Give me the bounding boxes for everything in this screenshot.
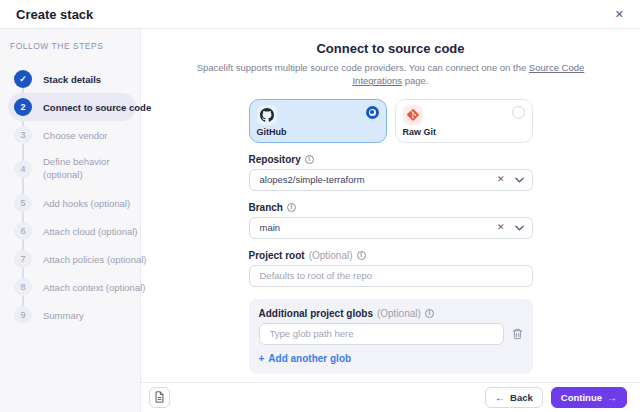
back-button[interactable]: ← Back — [485, 387, 543, 408]
repository-label: Repository — [249, 154, 301, 165]
step-label: Stack details — [43, 74, 101, 85]
plus-icon: + — [259, 353, 265, 364]
chevron-down-icon[interactable] — [515, 225, 524, 231]
step-content: Connect to source code Spacelift support… — [141, 29, 640, 382]
document-icon — [154, 389, 165, 407]
info-icon[interactable]: i — [425, 309, 434, 318]
provider-card-raw-git[interactable]: Raw Git — [395, 99, 533, 143]
info-icon[interactable]: i — [287, 203, 296, 212]
sidebar-step-define-behavior: 4 Define behavior (optional) — [8, 149, 136, 189]
optional-tag: (Optional) — [377, 308, 421, 319]
continue-button[interactable]: Continue → — [551, 387, 627, 408]
step-label: Summary — [43, 310, 84, 321]
subtitle-text-after: page. — [402, 75, 428, 86]
chevron-down-icon[interactable] — [515, 177, 524, 183]
branch-select[interactable]: ✕ — [249, 217, 533, 239]
step-bullet: 5 — [14, 194, 32, 212]
raw-git-radio[interactable] — [512, 106, 525, 119]
clear-icon[interactable]: ✕ — [497, 175, 505, 184]
step-label: Add hooks (optional) — [43, 198, 130, 209]
sidebar-heading: FOLLOW THE STEPS — [10, 41, 136, 51]
clear-icon[interactable]: ✕ — [497, 223, 505, 232]
glob-path-field[interactable] — [259, 323, 504, 345]
info-icon[interactable]: i — [305, 155, 314, 164]
additional-globs-section: Additional project globs (Optional) i — [249, 299, 533, 374]
add-another-glob-link[interactable]: + Add another glob — [259, 353, 523, 364]
step-title: Connect to source code — [141, 41, 640, 56]
sidebar-step-summary: 9 Summary — [8, 301, 136, 329]
branch-label: Branch — [249, 202, 283, 213]
sidebar-step-add-hooks: 5 Add hooks (optional) — [8, 189, 136, 217]
trash-icon[interactable] — [512, 328, 523, 340]
repository-input[interactable] — [258, 173, 487, 186]
check-icon: ✓ — [19, 74, 27, 84]
github-icon — [257, 105, 277, 125]
back-label: Back — [510, 392, 533, 403]
optional-tag: (Optional) — [309, 250, 353, 261]
step-label: Connect to source code — [43, 102, 151, 113]
steps-sidebar: FOLLOW THE STEPS ✓ Stack details 2 Conne… — [0, 29, 141, 412]
step-label: Attach context (optional) — [43, 282, 145, 293]
add-glob-label: Add another glob — [268, 353, 351, 364]
provider-label: GitHub — [257, 127, 379, 137]
project-root-label-row: Project root (Optional) i — [249, 250, 533, 261]
repository-select[interactable]: ✕ — [249, 169, 533, 191]
provider-label: Raw Git — [403, 127, 525, 137]
subtitle-text: Spacelift supports multiple source code … — [197, 62, 529, 73]
step-subtitle: Spacelift supports multiple source code … — [181, 61, 601, 88]
steps-list: ✓ Stack details 2 Connect to source code… — [8, 65, 136, 329]
glob-path-input[interactable] — [268, 327, 495, 340]
arrow-right-icon: → — [607, 393, 617, 403]
sidebar-step-stack-details[interactable]: ✓ Stack details — [8, 65, 136, 93]
sidebar-step-connect-source-code[interactable]: 2 Connect to source code — [8, 93, 136, 121]
project-root-input[interactable] — [258, 269, 524, 282]
sidebar-step-attach-policies: 7 Attach policies (optional) — [8, 245, 136, 273]
step-bullet: 6 — [14, 222, 32, 240]
step-bullet: 8 — [14, 278, 32, 296]
step-label: Attach policies (optional) — [43, 254, 147, 265]
step-bullet: 7 — [14, 250, 32, 268]
repository-label-row: Repository i — [249, 154, 533, 165]
info-icon[interactable]: i — [357, 251, 366, 260]
github-radio[interactable] — [366, 106, 379, 119]
provider-cards: GitHub Raw Git — [249, 99, 533, 143]
step-bullet: 9 — [14, 306, 32, 324]
page-title: Create stack — [16, 7, 93, 22]
continue-label: Continue — [561, 392, 602, 403]
close-icon[interactable]: ✕ — [615, 9, 624, 20]
project-root-field[interactable] — [249, 265, 533, 287]
drawer-header: Create stack ✕ — [0, 0, 640, 29]
view-config-button[interactable] — [149, 387, 170, 408]
step-label: Choose vendor — [43, 130, 107, 141]
glob-row — [259, 323, 523, 345]
step-label: Define behavior (optional) — [43, 156, 127, 182]
sidebar-step-attach-cloud: 6 Attach cloud (optional) — [8, 217, 136, 245]
step-bullet: 2 — [14, 98, 32, 116]
sidebar-step-choose-vendor: 3 Choose vendor — [8, 121, 136, 149]
step-bullet: 3 — [14, 126, 32, 144]
arrow-left-icon: ← — [495, 393, 505, 403]
step-bullet: 4 — [14, 160, 32, 178]
branch-input[interactable] — [258, 221, 487, 234]
branch-label-row: Branch i — [249, 202, 533, 213]
step-label: Attach cloud (optional) — [43, 226, 138, 237]
sidebar-step-attach-context: 8 Attach context (optional) — [8, 273, 136, 301]
globs-label-row: Additional project globs (Optional) i — [259, 308, 523, 319]
step-bullet: ✓ — [14, 70, 32, 88]
wizard-footer: ← Back Continue → — [141, 382, 640, 412]
git-icon — [403, 105, 423, 125]
project-root-label: Project root — [249, 250, 305, 261]
create-stack-drawer: Create stack ✕ FOLLOW THE STEPS ✓ Stack … — [0, 0, 640, 412]
globs-label: Additional project globs — [259, 308, 373, 319]
provider-card-github[interactable]: GitHub — [249, 99, 387, 143]
